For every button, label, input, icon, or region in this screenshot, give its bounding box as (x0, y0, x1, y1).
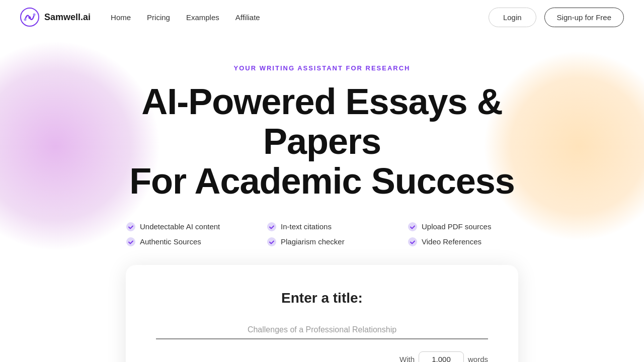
input-card: Enter a title: With words (126, 265, 518, 362)
hero-subtitle: YOUR WRITING ASSISTANT FOR RESEARCH (234, 64, 411, 72)
svg-point-3 (33, 14, 36, 16)
feature-label-1: Undetectable AI content (140, 222, 220, 231)
check-icon-1 (126, 222, 136, 232)
check-icon-6 (408, 237, 418, 247)
hero-section: YOUR WRITING ASSISTANT FOR RESEARCH AI-P… (0, 34, 644, 362)
words-input[interactable] (419, 351, 464, 362)
svg-point-4 (126, 222, 135, 231)
feature-label-3: Upload PDF sources (422, 222, 491, 231)
feature-1: Undetectable AI content (126, 222, 236, 232)
logo-text: Samwell.ai (44, 12, 91, 23)
words-prefix: With (399, 355, 415, 362)
check-icon-5 (267, 237, 277, 247)
svg-point-6 (408, 222, 417, 231)
hero-title: AI-Powered Essays & Papers For Academic … (91, 82, 553, 202)
features-grid: Undetectable AI content In-text citation… (126, 222, 518, 247)
feature-5: Plagiarism checker (267, 237, 377, 247)
title-input[interactable] (156, 321, 488, 339)
nav-pricing[interactable]: Pricing (147, 13, 170, 22)
nav-links: Home Pricing Examples Affiliate (111, 13, 260, 22)
svg-point-5 (267, 222, 276, 231)
nav-home[interactable]: Home (111, 13, 131, 22)
nav-affiliate[interactable]: Affiliate (235, 13, 260, 22)
svg-point-2 (29, 17, 31, 19)
svg-point-1 (24, 19, 27, 21)
feature-label-2: In-text citations (281, 222, 332, 231)
navbar: Samwell.ai Home Pricing Examples Affilia… (0, 0, 644, 34)
login-button[interactable]: Login (489, 8, 536, 27)
check-icon-4 (126, 237, 136, 247)
logo-link[interactable]: Samwell.ai (20, 8, 91, 27)
feature-6: Video References (408, 237, 518, 247)
words-row: With words (156, 351, 488, 362)
input-card-title: Enter a title: (156, 290, 488, 306)
feature-label-6: Video References (422, 237, 481, 246)
svg-point-7 (126, 237, 135, 246)
feature-label-4: Authentic Sources (140, 237, 201, 246)
svg-point-9 (408, 237, 417, 246)
signup-button[interactable]: Sign-up for Free (544, 8, 624, 27)
feature-3: Upload PDF sources (408, 222, 518, 232)
logo-icon (20, 8, 39, 27)
feature-label-5: Plagiarism checker (281, 237, 345, 246)
check-icon-3 (408, 222, 418, 232)
words-suffix: words (468, 355, 488, 362)
navbar-right: Login Sign-up for Free (489, 8, 624, 27)
svg-point-8 (267, 237, 276, 246)
nav-examples[interactable]: Examples (186, 13, 219, 22)
hero-title-line2: For Academic Success (129, 161, 515, 201)
navbar-left: Samwell.ai Home Pricing Examples Affilia… (20, 8, 260, 27)
hero-title-line1: AI-Powered Essays & Papers (141, 81, 502, 161)
check-icon-2 (267, 222, 277, 232)
feature-4: Authentic Sources (126, 237, 236, 247)
feature-2: In-text citations (267, 222, 377, 232)
